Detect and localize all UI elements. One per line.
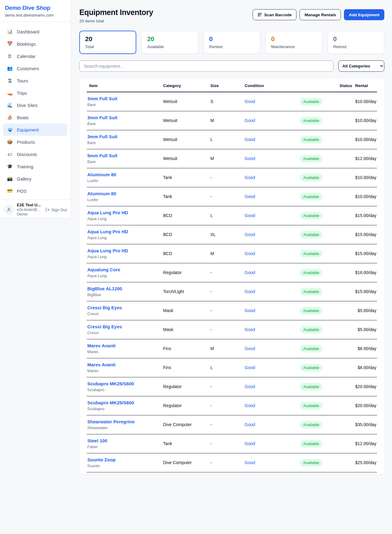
item-condition-link[interactable]: Good [245,289,255,294]
filters-row: All Categories [79,60,384,72]
item-condition-link[interactable]: Good [245,156,255,161]
item-name-link[interactable]: Shearwater Peregrine [87,419,158,424]
sidebar-item-tours[interactable]: 🏝 Tours [3,74,67,87]
item-condition-link[interactable]: Good [245,384,255,389]
item-name-link[interactable]: BigBlue AL1200 [87,286,158,291]
item-condition-link[interactable]: Good [245,137,255,142]
sidebar-item-dive-sites[interactable]: 🌊 Dive Sites [3,99,67,111]
item-condition-link[interactable]: Good [245,232,255,237]
sidebar-item-products[interactable]: 📦 Products [3,136,67,148]
sidebar-item-trips[interactable]: 🚤 Trips [3,87,67,99]
stat-card-available[interactable]: 20 Available [141,31,198,54]
manage-rentals-button[interactable]: Manage Rentals [300,9,341,20]
item-brand: Scubapro [87,387,158,392]
item-category: Wetsuit [161,111,208,130]
item-name-link[interactable]: Steel 100 [87,438,158,443]
stat-card-retired[interactable]: 0 Retired [327,31,384,54]
sidebar-item-dashboard[interactable]: 📊 Dashboard [3,25,67,38]
item-brand: Cressi [87,311,158,316]
stat-card-rented[interactable]: 0 Rented [203,31,260,54]
table-row: Aqualung Core Aqua Lung Regulator - Good… [87,263,377,282]
scan-barcode-button[interactable]: Scan Barcode [253,9,296,20]
item-condition-link[interactable]: Good [245,270,255,275]
item-condition-link[interactable]: Good [245,460,255,465]
stat-card-maintenance[interactable]: 0 Maintenance [265,31,322,54]
customers-icon: 👥 [7,66,13,71]
item-brand: Cressi [87,330,158,335]
category-select[interactable]: All Categories [338,60,384,72]
table-row: BigBlue AL1200 BigBlue Torch/Light - Goo… [87,282,377,301]
item-brand: Suunto [87,463,158,468]
item-size: - [208,396,242,415]
item-name-link[interactable]: Aqua Lung Pro HD [87,229,158,234]
column-header: Category [161,78,208,92]
brand-name[interactable]: Demo Dive Shop [5,5,66,11]
sidebar-item-gallery[interactable]: 📸 Gallery [3,173,67,185]
item-name-link[interactable]: 3mm Full Suit [87,96,158,101]
item-size: M [208,339,242,358]
item-name-link[interactable]: 3mm Full Suit [87,115,158,120]
item-condition-link[interactable]: Good [245,194,255,199]
item-condition-link[interactable]: Good [245,403,255,408]
item-name-link[interactable]: Scubapro MK25/S600 [87,381,158,386]
column-header: Size [208,78,242,92]
item-name-link[interactable]: Mares Avanti [87,343,158,348]
sidebar-item-bookings[interactable]: 📅 Bookings [3,38,67,50]
item-condition-link[interactable]: Good [245,365,255,370]
user-panel: E2E Test U... e2e-tester@... Owner Sign … [0,200,70,219]
item-name-link[interactable]: 3mm Full Suit [87,134,158,139]
item-condition-link[interactable]: Good [245,346,255,351]
stat-card-total[interactable]: 20 Total [79,31,136,54]
item-condition-link[interactable]: Good [245,99,255,104]
item-name-link[interactable]: Aqua Lung Pro HD [87,210,158,215]
item-category: Regulator [161,263,208,282]
item-name-link[interactable]: Suunto Zoop [87,457,158,462]
item-name-link[interactable]: Aqua Lung Pro HD [87,248,158,253]
item-rental: $15.00/day [353,206,377,225]
item-condition-link[interactable]: Good [245,327,255,332]
sidebar-item-products-label: Products [17,139,35,145]
sidebar-item-calendar[interactable]: 🗓 Calendar [3,50,67,62]
sidebar-item-equipment[interactable]: 🤿 Equipment [3,124,67,136]
sidebar-item-discounts[interactable]: 🏷 Discounts [3,148,67,160]
column-header: Condition [242,78,297,92]
item-name-link[interactable]: Cressi Big Eyes [87,305,158,310]
item-condition-link[interactable]: Good [245,251,255,256]
item-category: BCD [161,244,208,263]
table-row: Scubapro MK25/S600 Scubapro Regulator - … [87,396,377,415]
item-name-link[interactable]: 5mm Full Suit [87,153,158,158]
sign-out-button[interactable]: Sign Out [45,208,67,212]
item-name-link[interactable]: Scubapro MK25/S600 [87,400,158,405]
item-size: - [208,453,242,472]
add-equipment-button[interactable]: Add Equipment [344,9,384,20]
item-condition-link[interactable]: Good [245,118,255,123]
item-condition-link[interactable]: Good [245,175,255,180]
sidebar-item-training[interactable]: 🎓 Training [3,160,67,173]
search-input[interactable] [79,60,334,72]
status-badge: Available [300,117,323,124]
calendar-icon: 🗓 [7,54,13,59]
sidebar-item-customers-label: Customers [17,66,39,71]
item-size: M [208,111,242,130]
item-name-link[interactable]: Aluminum 80 [87,191,158,196]
item-condition-link[interactable]: Good [245,213,255,218]
column-header: Item [87,78,161,92]
item-category: Fins [161,339,208,358]
item-condition-link[interactable]: Good [245,308,255,313]
item-name-link[interactable]: Aqualung Core [87,267,158,272]
item-size: - [208,377,242,396]
sidebar-item-customers[interactable]: 👥 Customers [3,62,67,74]
training-icon: 🎓 [7,164,13,169]
item-size: L [208,130,242,149]
item-size: L [208,358,242,377]
item-name-link[interactable]: Cressi Big Eyes [87,324,158,329]
item-brand: Scubapro [87,406,158,411]
item-name-link[interactable]: Aluminum 80 [87,172,158,177]
sidebar-item-pos[interactable]: 💳 POS [3,185,67,197]
item-condition-link[interactable]: Good [245,422,255,427]
sidebar-item-boats[interactable]: ⛵ Boats [3,111,67,124]
item-name-link[interactable]: Mares Avanti [87,362,158,367]
item-condition-link[interactable]: Good [245,441,255,446]
user-role: Owner [17,212,43,217]
table-row: 3mm Full Suit Bare Wetsuit S Good Availa… [87,92,377,111]
